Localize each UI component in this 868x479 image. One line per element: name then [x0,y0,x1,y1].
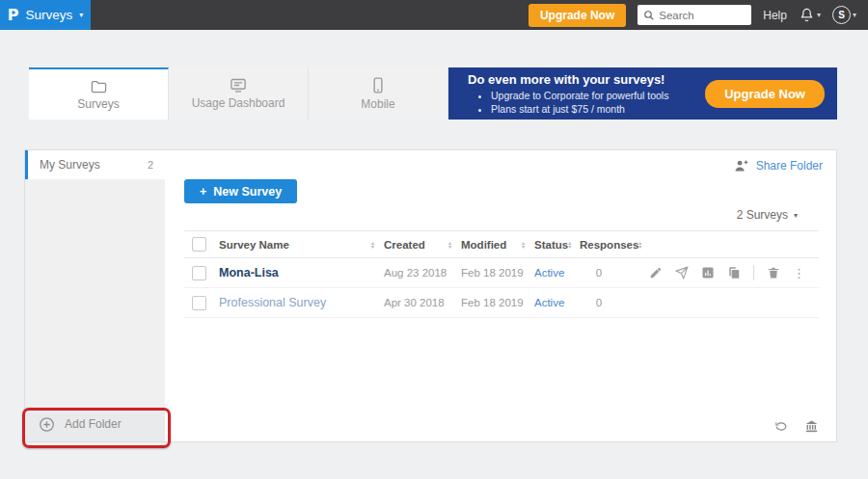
banner-upgrade-button[interactable]: Upgrade Now [705,80,825,108]
chevron-down-icon: ▾ [79,11,83,19]
share-folder-link[interactable]: Share Folder [733,159,823,173]
responses-count: 0 [580,267,618,279]
folder-count: 2 [148,159,153,171]
add-folder-button[interactable]: Add Folder [25,407,165,441]
row-checkbox[interactable] [192,266,206,280]
bell-icon [799,7,815,23]
modified-date: Feb 18 2019 [461,297,534,308]
delete-trash-icon[interactable] [767,266,780,279]
created-date: Aug 23 2018 [384,267,461,279]
archive-bank-icon[interactable] [804,419,819,434]
search-input[interactable] [659,10,746,21]
column-header-modified[interactable]: Modified ▴▾ [461,239,534,251]
chevron-down-icon: ▾ [794,211,798,220]
surveys-page: P Surveys ▾ Upgrade Now Help ▾ S ▾ [0,0,868,479]
column-label: Status [534,239,568,251]
folder-name: My Surveys [40,158,100,172]
survey-count-dropdown[interactable]: 2 Surveys ▾ [737,208,798,222]
chevron-down-icon: ▾ [853,11,856,19]
promo-bullet: Plans start at just $75 / month [491,102,668,116]
more-options-kebab-icon[interactable]: ⋮ [793,267,805,279]
table-header-row: Survey Name ▴▾ Created ▴▾ Modified ▴▾ St… [184,230,819,258]
duplicate-copy-icon[interactable] [727,266,741,279]
promo-text: Do even more with your surveys! Upgrade … [468,72,668,116]
help-link[interactable]: Help [763,9,787,22]
send-icon[interactable] [675,266,689,279]
survey-count-label: 2 Surveys [737,208,788,222]
sort-icon[interactable]: ▴▾ [448,241,451,249]
notifications-menu[interactable]: ▾ [799,7,821,23]
reports-chart-icon[interactable] [701,266,715,279]
promo-title: Do even more with your surveys! [468,72,668,87]
created-date: Apr 30 2018 [384,297,461,308]
column-header-created[interactable]: Created ▴▾ [384,239,461,251]
folder-icon [91,79,107,93]
brand-logo: P [8,6,19,24]
surveys-table: Survey Name ▴▾ Created ▴▾ Modified ▴▾ St… [184,230,819,318]
tab-label: Usage Dashboard [192,96,285,110]
column-header-survey-name[interactable]: Survey Name ▴▾ [219,239,384,251]
tab-mobile[interactable]: Mobile [309,67,448,120]
promo-bullet: Upgrade to Corporate for powerful tools [491,89,668,102]
surveys-content: Share Folder + New Survey 2 Surveys ▾ Su… [165,150,836,441]
row-actions: ⋮ [649,265,821,280]
folder-list-empty-area [25,179,165,407]
account-menu[interactable]: S ▾ [832,6,856,24]
survey-name-link[interactable]: Professional Survey [219,296,384,309]
chevron-down-icon: ▾ [817,11,821,19]
app-menu[interactable]: P Surveys ▾ [0,0,91,30]
share-folder-label: Share Folder [756,159,823,173]
table-row: Mona-Lisa Aug 23 2018 Feb 18 2019 Active… [184,258,819,288]
select-all-checkbox[interactable] [192,237,206,252]
add-folder-label: Add Folder [65,417,122,431]
modified-date: Feb 18 2019 [461,267,534,279]
edit-pencil-icon[interactable] [649,266,663,279]
column-label: Modified [461,239,506,251]
table-row: Professional Survey Apr 30 2018 Feb 18 2… [184,288,819,318]
dashboard-icon [230,78,247,93]
product-name: Surveys [25,8,72,22]
sort-icon[interactable]: ▴▾ [568,241,571,249]
actions-divider [753,265,754,280]
surveys-panel: My Surveys 2 Add Folder Share Folder [24,149,837,442]
plus-icon: + [200,185,206,199]
promo-bullets: Upgrade to Corporate for powerful tools … [491,89,668,116]
avatar: S [832,6,851,24]
tab-usage-dashboard[interactable]: Usage Dashboard [169,67,309,120]
plus-circle-icon [39,416,55,433]
new-survey-label: New Survey [213,185,282,199]
restore-history-icon[interactable] [773,420,789,433]
column-header-status[interactable]: Status ▴▾ [534,239,580,251]
search-box[interactable] [637,5,751,25]
column-label: Responses [580,239,638,251]
survey-name-link[interactable]: Mona-Lisa [219,266,384,279]
responses-count: 0 [580,297,618,308]
top-bar: P Surveys ▾ Upgrade Now Help ▾ S ▾ [0,0,868,30]
footer-tools [773,419,819,434]
upgrade-now-button[interactable]: Upgrade Now [529,4,626,27]
status-badge[interactable]: Active [534,297,580,308]
sort-icon[interactable]: ▴▾ [522,241,525,249]
row-checkbox[interactable] [192,296,206,310]
share-person-icon [733,159,749,173]
tab-bar: Surveys Usage Dashboard Mobile [29,67,448,120]
sort-icon[interactable]: ▴▾ [638,241,641,249]
promo-banner: Do even more with your surveys! Upgrade … [448,67,837,120]
sidebar-item-my-surveys[interactable]: My Surveys 2 [25,150,165,179]
folders-sidebar: My Surveys 2 Add Folder [25,150,165,441]
search-icon [643,10,655,21]
tab-surveys[interactable]: Surveys [29,67,169,120]
new-survey-button[interactable]: + New Survey [184,179,297,203]
topbar-right: Upgrade Now Help ▾ S ▾ [529,4,868,27]
tab-label: Mobile [361,97,394,111]
column-header-responses[interactable]: Responses ▴▾ [580,239,649,251]
mobile-icon [372,77,384,93]
column-label: Created [384,239,425,251]
sort-icon[interactable]: ▴▾ [371,241,374,249]
tab-label: Surveys [77,97,119,111]
column-label: Survey Name [219,239,289,251]
status-badge[interactable]: Active [534,267,580,279]
